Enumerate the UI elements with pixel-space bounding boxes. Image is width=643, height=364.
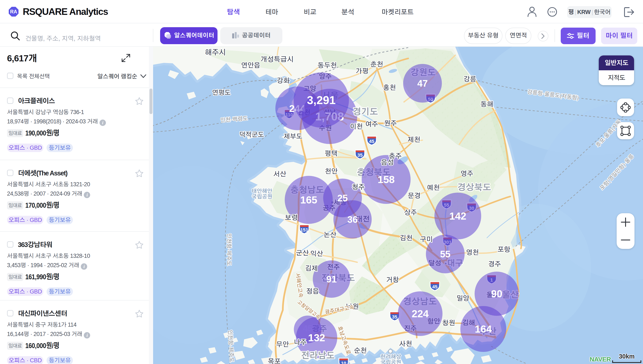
svg-text:순천: 순천 (354, 347, 367, 354)
svg-text:전라남도: 전라남도 (301, 351, 335, 360)
svg-text:164: 164 (475, 324, 492, 335)
svg-text:132: 132 (308, 332, 325, 344)
svg-text:151: 151 (300, 227, 308, 232)
svg-text:경기도: 경기도 (353, 107, 378, 116)
svg-text:원주: 원주 (384, 120, 397, 127)
svg-text:정읍: 정읍 (306, 288, 319, 295)
svg-text:천안: 천안 (325, 168, 338, 175)
svg-text:구미: 구미 (420, 236, 433, 243)
svg-text:158: 158 (378, 174, 395, 185)
svg-text:영주: 영주 (461, 170, 473, 177)
svg-text:국립공원: 국립공원 (380, 359, 401, 364)
svg-text:경상북도: 경상북도 (457, 183, 491, 192)
svg-text:강릉: 강릉 (464, 76, 476, 83)
svg-text:연안읍: 연안읍 (241, 62, 260, 69)
svg-text:거창: 거창 (386, 276, 399, 284)
svg-text:이천: 이천 (350, 123, 363, 130)
svg-text:포항: 포항 (498, 246, 510, 253)
svg-text:가평: 가평 (356, 67, 368, 75)
svg-text:상주: 상주 (404, 209, 417, 216)
svg-text:55: 55 (440, 249, 451, 259)
svg-text:동두천: 동두천 (318, 62, 337, 69)
svg-text:영천: 영천 (466, 249, 479, 256)
svg-text:태안해안: 태안해안 (252, 188, 272, 194)
svg-text:동해: 동해 (481, 100, 493, 108)
svg-text:음성: 음성 (381, 159, 394, 166)
svg-text:개성특급시: 개성특급시 (261, 56, 294, 63)
svg-text:청주: 청주 (352, 183, 365, 191)
svg-text:김제: 김제 (305, 264, 318, 272)
svg-text:47: 47 (417, 78, 428, 88)
svg-text:90: 90 (491, 288, 502, 300)
svg-text:서산: 서산 (274, 170, 286, 178)
svg-text:제부도: 제부도 (284, 133, 302, 140)
svg-text:무안: 무안 (276, 341, 289, 348)
svg-text:10: 10 (341, 360, 346, 364)
svg-text:나주: 나주 (294, 338, 307, 346)
svg-text:한려해상: 한려해상 (380, 354, 401, 360)
svg-text:논산: 논산 (324, 231, 336, 238)
svg-text:사천: 사천 (399, 340, 412, 348)
svg-text:45: 45 (432, 284, 438, 290)
svg-text:예천: 예천 (427, 184, 440, 191)
svg-text:경주: 경주 (488, 260, 501, 268)
svg-text:목포: 목포 (268, 358, 281, 364)
svg-text:여주: 여주 (365, 120, 378, 128)
svg-text:평택: 평택 (325, 150, 337, 157)
svg-text:35: 35 (392, 314, 397, 320)
svg-text:김천: 김천 (400, 234, 412, 242)
svg-text:춘천: 춘천 (370, 60, 383, 68)
svg-text:45: 45 (369, 139, 374, 144)
svg-text:해주시: 해주시 (205, 48, 226, 56)
svg-text:인천항-제주도: 인천항-제주도 (226, 233, 232, 266)
svg-text:익산: 익산 (310, 250, 323, 258)
svg-text:강화: 강화 (277, 77, 290, 84)
svg-text:군산: 군산 (296, 249, 309, 257)
svg-text:홍천: 홍천 (383, 84, 396, 91)
svg-text:91: 91 (326, 274, 337, 284)
svg-text:142: 142 (449, 210, 466, 222)
svg-text:보령: 보령 (285, 214, 298, 221)
svg-text:덕적군도: 덕적군도 (239, 131, 264, 138)
svg-text:35: 35 (357, 152, 363, 158)
svg-text:문경: 문경 (408, 192, 420, 200)
svg-text:165: 165 (300, 194, 317, 206)
svg-text:연평도: 연평도 (212, 89, 231, 96)
svg-text:36: 36 (347, 214, 358, 225)
svg-text:224: 224 (412, 308, 429, 320)
svg-text:창원: 창원 (442, 319, 455, 326)
svg-text:3,291: 3,291 (307, 94, 336, 106)
svg-text:밀양: 밀양 (457, 294, 469, 302)
svg-text:제천: 제천 (408, 136, 420, 143)
svg-text:국립공원: 국립공원 (252, 194, 272, 200)
